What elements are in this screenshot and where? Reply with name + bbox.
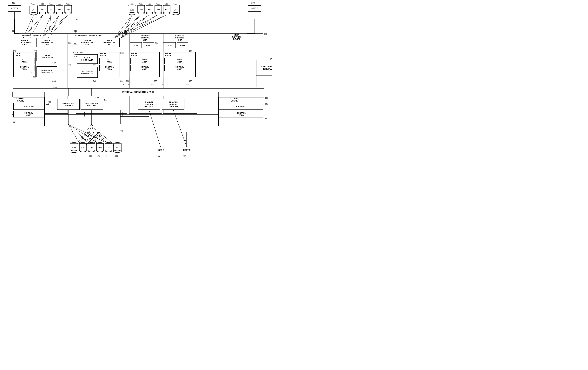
svg-point-62 (138, 12, 145, 14)
svg-point-56 (65, 12, 72, 14)
disk-control-device-label: DISKCONTROLDEVICE (232, 34, 242, 40)
ref-810-2: 810 (74, 43, 77, 45)
ref-601-right: 601 (265, 103, 268, 105)
ref-110: 110 (264, 33, 267, 35)
pv9-label: PV9 (90, 146, 93, 148)
scu2-cache-controller: CACHECONTROLLER (77, 54, 98, 64)
ref-820-scu2: 820 (93, 64, 96, 66)
svg-line-119 (68, 124, 104, 142)
ref-121-pv3: 121 (66, 2, 69, 5)
disk-ctrl-da04: DISK CONTROLUNIT DA04 (57, 99, 80, 110)
ref-400-da05: 400 (104, 99, 107, 101)
ref-840-scu2: 840 (93, 80, 96, 82)
host-if-ca00: HOST IFCONTROLLERCA00 (14, 38, 35, 47)
ref-300-2: 300 (182, 140, 186, 142)
global-cache-left-data: DATA AREA (13, 103, 44, 110)
svg-line-112 (68, 124, 78, 142)
scu4-title: STORAGECONTROLUNIT (164, 34, 196, 41)
scu3-data-area: DATAAREA (130, 58, 159, 64)
host-b: HOST B (248, 5, 261, 12)
pv6-label: PV6 (157, 9, 159, 10)
ref-121-pv4: 121 (139, 2, 142, 5)
pv2-label: PV2 (58, 9, 61, 10)
cylinder-lv04: LV04 (113, 142, 122, 153)
scu1-control-area: CONTROLAREA (14, 65, 35, 71)
global-cache-left-ctrl: CONTROLAREA (13, 111, 44, 117)
lv00-label: LV00 (32, 9, 35, 11)
ref-121-pv11: 121 (105, 155, 108, 158)
pv8-label: PV8 (81, 146, 84, 148)
ref-832-scu2: 832 (123, 84, 126, 86)
svg-point-77 (70, 150, 78, 153)
ref-122-lv02: 122 (173, 2, 177, 5)
ref-121-pv0: 121 (41, 2, 44, 5)
scu3-local-cache-label: LOCALCACHE (131, 53, 137, 56)
scu4-local-cache-label: LOCALCACHE (165, 53, 171, 56)
cylinder-pv1: PV1 (47, 4, 55, 15)
svg-point-47 (39, 12, 46, 14)
ref-832-scu4: 832 (186, 84, 189, 86)
ref-500: 500 (95, 97, 99, 99)
ref-800-2: 800 (74, 30, 77, 32)
host-e: HOST E (154, 147, 167, 153)
ref-602-left: 602 (13, 121, 17, 124)
scu1-cache-controller: CACHECONTROLLER (36, 52, 57, 61)
cylinder-pv3: PV3 (64, 4, 73, 15)
scu2-title: STORAGE CONTROL UNIT (78, 34, 102, 37)
lv04-label: LV04 (116, 147, 119, 149)
ref-831-scu4: 831 (162, 84, 165, 86)
ref-200-host-a: 200 (12, 2, 15, 4)
cylinder-lv03: LV03 (69, 142, 79, 153)
disk-ctrl-da05: DISK CONTROLUNIT DA05 (81, 99, 103, 110)
ref-830-scu4: 830 (189, 80, 192, 82)
cylinder-pv0: PV0 (38, 4, 47, 15)
global-cache-left-label: GLOBALCACHE (17, 98, 25, 102)
main-diagram: 200 200 HOST A HOST B LV00 122 PV0 121 P… (0, 0, 272, 171)
ref-121-pv10: 121 (97, 155, 100, 158)
svg-line-117 (92, 124, 95, 142)
global-cache-right-label: GLOBALCACHE (230, 98, 238, 102)
ref-600-right: 600 (265, 97, 268, 99)
scu2-data-area: DATAAREA (99, 58, 119, 64)
ref-122-lv04: 122 (115, 155, 118, 158)
ref-121-pv6: 121 (156, 2, 159, 5)
scu1-internal-if: INTERNAL IFCONTROLLER (36, 66, 57, 77)
ref-860-1: 860 (68, 42, 71, 44)
svg-point-53 (56, 12, 63, 14)
ref-121-pv2: 121 (57, 2, 61, 5)
pv3-label: PV3 (67, 9, 70, 10)
svg-point-83 (88, 150, 95, 152)
svg-point-89 (105, 150, 112, 152)
svg-point-65 (146, 12, 153, 14)
ref-800-3: 800 (124, 30, 127, 32)
disk-if-da00: DISK IFCONTROLLERDA00 (36, 38, 58, 47)
ref-122-lv01: 122 (129, 2, 133, 5)
ref-831-scu1: 831 (31, 72, 34, 74)
ref-200-host-e: 200 (157, 155, 160, 158)
cylinder-pv9: PV9 (87, 142, 96, 153)
scu1-local-cache-label: LOCALCACHE (15, 53, 21, 56)
disk-if-da01: DISK IFCONTROLLERDA01 (99, 38, 120, 47)
global-cache-right-ctrl: CONTROLAREA (219, 111, 263, 117)
ref-122-lv00: 122 (31, 2, 34, 5)
ref-121-pv9: 121 (89, 155, 92, 158)
host-a: HOST A (8, 5, 21, 12)
cylinder-pv6: PV6 (154, 4, 163, 15)
cylinder-pv8: PV8 (78, 142, 87, 153)
ref-600-left: 600 (53, 87, 57, 89)
cylinder-lv00: LV00 (29, 4, 38, 16)
ref-200-host-f: 200 (183, 155, 186, 158)
da03: DA03 (177, 42, 188, 48)
lv01-label: LV01 (130, 9, 134, 11)
svg-point-74 (172, 12, 179, 15)
ref-810-1: 810 (76, 19, 79, 21)
svg-point-92 (114, 150, 121, 153)
cylinder-pv10: PV10 (95, 142, 105, 153)
ref-832-scu1: 832 (33, 76, 36, 78)
cylinder-lv02: LV02 (171, 4, 180, 16)
svg-point-86 (96, 150, 104, 152)
da02: DA02 (143, 42, 154, 48)
pv0-label: PV0 (41, 9, 44, 10)
pv5-label: PV5 (148, 9, 151, 10)
scu1-title: STORAGE CONTROL UNIT (15, 34, 53, 37)
